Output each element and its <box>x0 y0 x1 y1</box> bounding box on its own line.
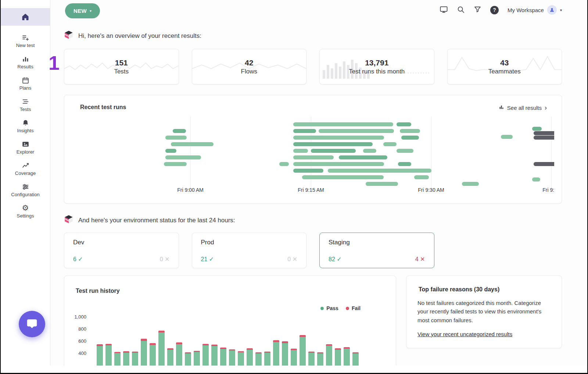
gridline <box>551 116 552 189</box>
environment-counts: 21 ✓0 ✕ <box>201 256 298 263</box>
test-run-bar <box>293 162 384 166</box>
pass-segment <box>185 353 191 366</box>
test-run-bar <box>401 136 419 140</box>
y-axis-tick: 600 <box>64 338 86 344</box>
stat-value: 151 <box>115 58 128 67</box>
topbar: NEW ▾ <box>51 0 587 22</box>
sidebar-item-explorer[interactable]: Explorer <box>1 137 50 158</box>
sidebar-item-label: Coverage <box>15 170 36 176</box>
fail-count: 0 ✕ <box>160 256 170 263</box>
sidebar: New testResultsPlansTestsInsightsExplore… <box>1 0 50 366</box>
coverage-icon <box>22 161 29 169</box>
pass-segment <box>141 341 147 366</box>
new-button[interactable]: NEW ▾ <box>65 3 100 18</box>
sidebar-item-home[interactable] <box>1 8 50 26</box>
test-run-bar <box>534 136 554 140</box>
tests-icon <box>22 97 29 105</box>
annotation-step-1: 1 <box>49 53 60 73</box>
chat-launcher-button[interactable] <box>19 311 45 337</box>
pass-segment <box>344 349 350 366</box>
stat-label: Flows <box>241 68 257 75</box>
app-window: New testResultsPlansTestsInsightsExplore… <box>0 0 588 374</box>
bottom-row: Test run history PassFail 1,000800600400… <box>64 276 562 366</box>
sidebar-item-results[interactable]: Results <box>1 51 50 73</box>
search-button[interactable] <box>457 6 465 15</box>
monitor-icon <box>440 5 448 15</box>
workspace-menu[interactable]: My Workspace ▾ <box>508 5 562 15</box>
sidebar-item-settings[interactable]: ⚙Settings <box>1 201 50 222</box>
sidebar-item-label: Insights <box>17 128 34 133</box>
sidebar-item-configuration[interactable]: Configuration <box>1 179 50 201</box>
sidebar-item-label: New test <box>16 43 35 48</box>
pass-segment <box>211 346 218 366</box>
test-run-bar <box>293 129 316 133</box>
recent-runs-chart <box>72 116 554 189</box>
time-axis-label: Fri 9:30 AM <box>413 187 449 193</box>
workspace-label: My Workspace <box>508 7 544 13</box>
pass-segment <box>255 353 262 366</box>
pass-segment <box>150 345 156 366</box>
topbar-actions: ? My Workspace ▾ <box>440 5 562 15</box>
history-bar <box>97 344 103 366</box>
stat-value: 43 <box>500 58 509 67</box>
history-bar <box>220 348 226 366</box>
test-run-bar <box>293 142 373 146</box>
environment-card-prod[interactable]: Prod21 ✓0 ✕ <box>192 233 307 268</box>
history-bar <box>273 340 279 366</box>
test-run-bar <box>173 129 186 133</box>
sidebar-item-label: Results <box>17 64 33 69</box>
sidebar-item-coverage[interactable]: Coverage <box>1 158 50 179</box>
pass-segment <box>300 337 306 366</box>
history-bar <box>229 349 235 366</box>
pass-segment <box>273 342 279 366</box>
test-run-bar <box>293 122 393 126</box>
pass-segment <box>326 346 332 366</box>
test-run-bar <box>293 169 323 173</box>
test-run-bar <box>397 122 411 126</box>
filter-button[interactable] <box>474 6 481 14</box>
test-run-bar <box>398 162 411 166</box>
pass-segment <box>97 346 103 366</box>
overview-greeting-row: Hi, here's an overview of your recent re… <box>64 30 562 42</box>
history-bar <box>326 344 332 366</box>
test-run-bar <box>328 169 431 173</box>
environment-card-dev[interactable]: Dev6 ✓0 ✕ <box>64 233 179 268</box>
y-axis-tick: 1,000 <box>64 314 86 320</box>
pass-segment <box>238 352 244 366</box>
test-run-bar <box>532 177 540 181</box>
history-bar <box>317 352 323 366</box>
sidebar-item-insights[interactable]: Insights <box>1 115 50 137</box>
monitor-button[interactable] <box>440 5 448 15</box>
environment-greeting-row: And here's your environment status for t… <box>64 215 562 226</box>
stat-card-teammates: 43Teammates <box>447 49 562 84</box>
sidebar-item-plans[interactable]: Plans <box>1 73 50 94</box>
recent-runs-card: Recent test runs See all results › Fri 9… <box>64 95 562 204</box>
history-bar <box>308 352 315 366</box>
test-run-bar <box>501 135 513 139</box>
test-run-history-card: Test run history PassFail 1,000800600400 <box>64 276 396 366</box>
see-all-results-link[interactable]: See all results › <box>499 104 547 111</box>
test-run-bar <box>293 149 308 153</box>
sidebar-item-label: Tests <box>20 107 31 112</box>
main-content: NEW ▾ <box>51 0 587 366</box>
history-bar <box>185 352 191 366</box>
history-bar <box>123 351 129 366</box>
sidebar-item-tests[interactable]: Tests <box>1 94 50 115</box>
sidebar-item-new-test[interactable]: New test <box>1 30 50 51</box>
environment-card-staging[interactable]: Staging82 ✓4 ✕ <box>319 233 434 268</box>
pass-segment <box>158 332 165 366</box>
history-bar <box>344 347 350 366</box>
help-button[interactable]: ? <box>490 6 499 14</box>
pass-count: 21 ✓ <box>201 256 214 263</box>
explorer-icon <box>22 140 29 148</box>
history-bar <box>291 349 297 366</box>
history-bar <box>255 352 262 366</box>
pass-segment <box>264 353 270 366</box>
logo-icon <box>64 215 74 226</box>
test-run-bar <box>532 127 542 131</box>
environment-greeting-text: And here's your environment status for t… <box>78 217 235 224</box>
uncategorized-results-link[interactable]: View your recent uncategorized results <box>417 331 512 337</box>
new-test-icon <box>22 33 29 42</box>
sidebar-item-label: Explorer <box>17 149 34 155</box>
pass-segment <box>317 353 323 366</box>
